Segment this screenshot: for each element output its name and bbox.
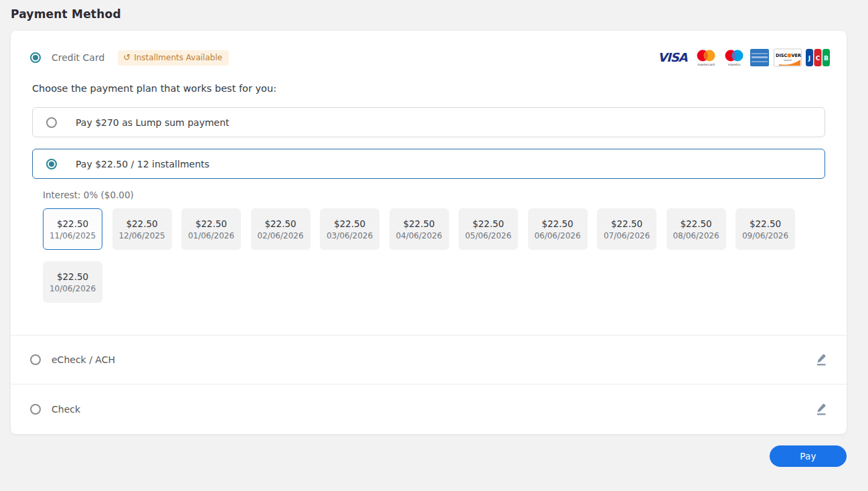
installment-card[interactable]: $22.5003/06/2026	[320, 208, 379, 250]
amex-icon	[750, 48, 770, 67]
check-edit-button[interactable]	[812, 401, 830, 418]
installment-date: 06/06/2026	[534, 231, 580, 240]
method-row-check[interactable]: Check	[11, 384, 847, 434]
discover-icon: DISC VER network	[774, 48, 802, 67]
svg-text:J: J	[808, 55, 810, 62]
installment-amount: $22.50	[403, 218, 434, 229]
installments-label: Pay $22.50 / 12 installments	[76, 159, 209, 169]
installment-amount: $22.50	[126, 218, 157, 229]
installment-card[interactable]: $22.5008/06/2026	[667, 208, 726, 250]
svg-text:VER: VER	[792, 53, 801, 58]
edit-pencil-icon	[814, 353, 828, 366]
installment-date: 08/06/2026	[673, 231, 719, 240]
installments-available-badge: ↺ Installments Available	[118, 50, 229, 66]
credit-card-label: Credit Card	[52, 52, 104, 63]
installment-amount: $22.50	[334, 218, 365, 229]
installment-card[interactable]: $22.5007/06/2026	[597, 208, 657, 250]
installment-card[interactable]: $22.5001/06/2026	[181, 208, 241, 250]
installment-date: 04/06/2026	[396, 231, 442, 240]
plan-prompt: Choose the payment plan that works best …	[32, 83, 276, 94]
echeck-radio[interactable]	[30, 354, 41, 365]
svg-text:C: C	[816, 55, 820, 62]
svg-text:DISC: DISC	[776, 53, 787, 58]
installment-date: 05/06/2026	[465, 231, 511, 240]
installment-amount: $22.50	[57, 271, 88, 282]
installment-date: 12/06/2025	[118, 231, 165, 240]
plan-option-installments[interactable]: Pay $22.50 / 12 installments	[32, 149, 825, 179]
installment-card[interactable]: $22.5012/06/2025	[112, 208, 172, 250]
maestro-icon: maestro	[723, 48, 746, 67]
installment-amount: $22.50	[195, 218, 227, 229]
installment-card[interactable]: $22.5006/06/2026	[528, 208, 588, 250]
pay-button[interactable]: Pay	[770, 445, 847, 467]
anticlockwise-rotate-icon: ↺	[123, 53, 131, 62]
lump-sum-radio[interactable]	[46, 117, 57, 128]
installment-card[interactable]: $22.5011/06/2025	[43, 208, 102, 250]
installment-amount: $22.50	[472, 218, 504, 229]
installment-amount: $22.50	[264, 218, 296, 229]
visa-icon: VISA	[657, 48, 689, 67]
svg-text:maestro: maestro	[728, 63, 741, 66]
installment-date: 10/06/2026	[50, 284, 96, 293]
installments-radio[interactable]	[46, 159, 57, 169]
installment-card[interactable]: $22.5004/06/2026	[389, 208, 449, 250]
svg-text:mastercard: mastercard	[697, 63, 715, 66]
check-label: Check	[52, 404, 80, 415]
card-brand-icons: VISA mastercard maestro DISC VER networ	[657, 48, 830, 67]
method-row-echeck[interactable]: eCheck / ACH	[11, 335, 847, 384]
installment-date: 01/06/2026	[188, 231, 234, 240]
installment-amount: $22.50	[680, 218, 711, 229]
page-title: Payment Method	[11, 7, 121, 21]
plan-option-lump-sum[interactable]: Pay $270 as Lump sum payment	[32, 107, 825, 137]
installments-available-label: Installments Available	[134, 53, 222, 62]
installment-date: 07/06/2026	[604, 231, 650, 240]
svg-text:B: B	[824, 55, 829, 62]
echeck-edit-button[interactable]	[812, 351, 830, 368]
installment-date: 03/06/2026	[327, 231, 373, 240]
interest-note: Interest: 0% ($0.00)	[43, 190, 134, 200]
installment-card[interactable]: $22.5002/06/2026	[251, 208, 311, 250]
payment-method-card: Credit Card ↺ Installments Available VIS…	[11, 31, 847, 434]
installment-date: 02/06/2026	[257, 231, 303, 240]
check-radio[interactable]	[30, 404, 41, 415]
jcb-icon: J C B	[806, 48, 830, 67]
payment-page: { "header": { "title": "Payment Method" …	[0, 0, 868, 491]
echeck-label: eCheck / ACH	[52, 354, 115, 365]
mastercard-icon: mastercard	[693, 48, 719, 67]
installment-card[interactable]: $22.5010/06/2026	[43, 261, 102, 303]
svg-text:network: network	[784, 59, 792, 62]
installments-grid: $22.5011/06/2025$22.5012/06/2025$22.5001…	[43, 208, 806, 303]
svg-text:VISA: VISA	[658, 50, 688, 64]
installment-amount: $22.50	[750, 218, 781, 229]
installment-card[interactable]: $22.5005/06/2026	[458, 208, 518, 250]
credit-card-row: Credit Card ↺ Installments Available	[30, 47, 229, 68]
installment-amount: $22.50	[541, 218, 573, 229]
installment-date: 11/06/2025	[50, 231, 96, 240]
credit-card-radio[interactable]	[30, 52, 41, 63]
installment-amount: $22.50	[611, 218, 642, 229]
installment-card[interactable]: $22.5009/06/2026	[735, 208, 795, 250]
lump-sum-label: Pay $270 as Lump sum payment	[76, 117, 230, 128]
installment-date: 09/06/2026	[742, 231, 788, 240]
installment-amount: $22.50	[57, 218, 88, 229]
edit-pencil-icon	[814, 403, 828, 416]
